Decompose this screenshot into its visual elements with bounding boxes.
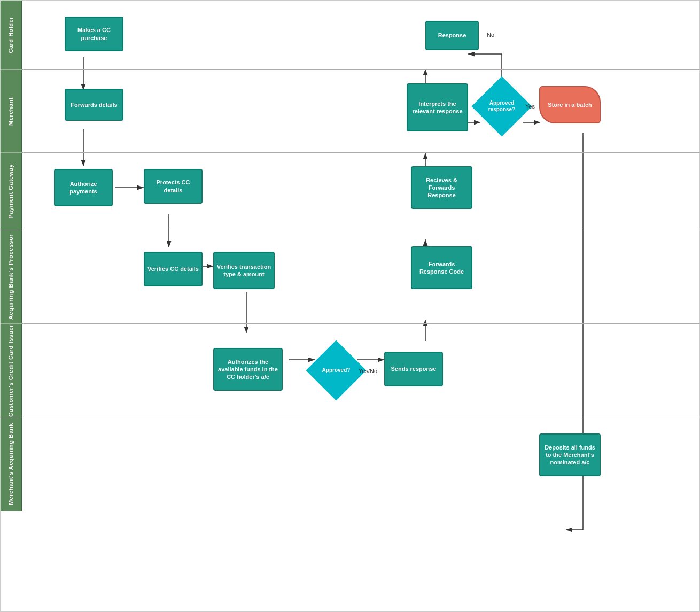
diamond-approved: Approved? [306,340,366,400]
no-label: No [487,32,494,38]
lane-acquiring: Acquiring Bank's Processor Verifies CC d… [1,230,699,324]
lane-label-merchant: Merchant [1,70,22,152]
yes-no-label: Yes/No [359,368,377,374]
lane-gateway: Payment Gateway Authorize payments Prote… [1,153,699,230]
box-sends-response: Sends response [384,352,443,386]
lane-issuer: Customer's Credit Card Issuer Authorizes… [1,324,699,417]
lane-label-text-merch-bank: Merchant's Acquiring Bank [7,423,14,505]
lane-label-cardholder: Card Holder [1,1,22,69]
lane-label-issuer: Customer's Credit Card Issuer [1,324,22,417]
lane-label-text: Card Holder [7,17,14,53]
lane-label-text-issuer: Customer's Credit Card Issuer [7,324,14,417]
lane-merchant: Merchant Forwards details Interprets the… [1,70,699,153]
yes-label-merchant: Yes [525,103,535,110]
box-deposits-funds: Deposits all funds to the Merchant's nom… [539,433,601,476]
box-authorize-payments: Authorize payments [54,169,113,206]
lane-cardholder: Card Holder Makes a CC purchase Response… [1,1,699,70]
box-verifies-cc: Verifies CC details [144,252,203,286]
lane-content-merch-bank: Deposits all funds to the Merchant's nom… [22,417,699,511]
box-makes-cc-purchase: Makes a CC purchase [65,17,123,51]
box-interprets-response: Interprets the relevant response [407,83,468,131]
box-forwards-details: Forwards details [65,89,123,121]
box-store-in-batch: Store in a batch [539,86,601,123]
lane-content-cardholder: Makes a CC purchase Response No [22,1,699,70]
lane-label-acquiring: Acquiring Bank's Processor [1,230,22,323]
lane-label-gateway: Payment Gateway [1,153,22,230]
lane-label-text-acquiring: Acquiring Bank's Processor [7,234,14,320]
box-verifies-transaction: Verifies transaction type & amount [213,252,275,289]
diagram-wrapper: Card Holder Makes a CC purchase Response… [1,1,699,611]
lane-label-text-merchant: Merchant [7,97,14,126]
diamond-approved-response: Approved response? [471,76,532,136]
box-forwards-response-code: Forwards Response Code [411,246,472,289]
lane-content-issuer: Authorizes the available funds in the CC… [22,324,699,417]
box-response: Response [425,21,479,50]
lane-merch-bank: Merchant's Acquiring Bank Deposits all f… [1,417,699,511]
lane-label-merch-bank: Merchant's Acquiring Bank [1,417,22,511]
lane-content-gateway: Authorize payments Protects CC details R… [22,153,699,230]
diagram-container: Card Holder Makes a CC purchase Response… [0,0,700,612]
lane-content-acquiring: Verifies CC details Verifies transaction… [22,230,699,324]
box-protects-cc: Protects CC details [144,169,203,204]
box-authorizes-funds: Authorizes the available funds in the CC… [213,348,283,391]
lane-label-text-gateway: Payment Gateway [7,164,14,219]
lane-content-merchant: Forwards details Interprets the relevant… [22,70,699,153]
box-recieves-forwards: Recieves & Forwards Response [411,166,472,209]
